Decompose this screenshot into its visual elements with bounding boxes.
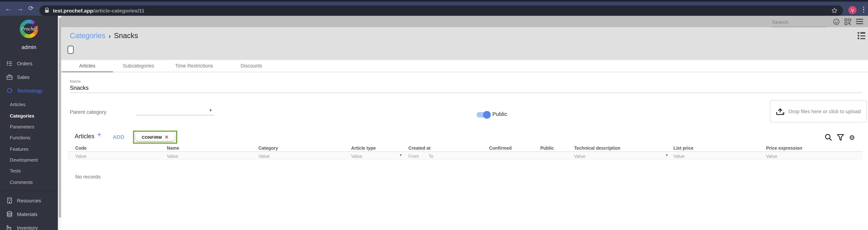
vertical-scrollbar[interactable]: [58, 16, 61, 230]
sidebar-subitem-development[interactable]: Development: [10, 155, 58, 166]
column-header-confirmed[interactable]: Confirmed: [489, 145, 512, 151]
sidebar-item-label: Sales: [17, 74, 30, 80]
toggle-knob: [483, 111, 491, 118]
sidebar-divider: [0, 190, 58, 191]
column-header-public[interactable]: Public: [540, 145, 554, 151]
sidebar-item-inventory[interactable]: Inventory: [0, 221, 58, 230]
bookmark-star-icon[interactable]: [832, 7, 837, 13]
column-header-article-type[interactable]: Article type: [351, 145, 376, 151]
search-icon[interactable]: [825, 134, 832, 141]
sidebar-item-resources[interactable]: Resources: [0, 194, 58, 207]
hamburger-menu-icon[interactable]: [856, 18, 863, 25]
name-field-value[interactable]: Snacks: [70, 84, 89, 91]
add-article-plus-icon[interactable]: +: [97, 130, 101, 139]
filter-code[interactable]: Value: [75, 153, 87, 159]
sidebar-item-sales[interactable]: Sales: [0, 70, 58, 84]
list-view-icon[interactable]: [858, 32, 865, 41]
filter-list-price[interactable]: Value: [673, 153, 685, 159]
close-icon[interactable]: ✕: [165, 135, 168, 140]
prochef-logo[interactable]: Prochef: [19, 20, 39, 39]
chevron-down-icon[interactable]: ▼: [209, 108, 212, 112]
column-header-created-at[interactable]: Created at: [408, 145, 431, 151]
tab-articles[interactable]: Articles: [62, 60, 113, 72]
sidebar: Prochef admin Orders: [0, 16, 58, 230]
tab-discounts[interactable]: Discounts: [224, 60, 279, 72]
confirm-button[interactable]: CONFIRM ✕: [136, 133, 175, 141]
sidebar-subitem-parameters[interactable]: Parameters: [10, 121, 58, 132]
tab-time-restrictions[interactable]: Time Restrictions: [164, 60, 224, 72]
address-bar[interactable]: test.prochef.app/article-categories/11: [39, 5, 843, 15]
page-title: Snacks: [114, 32, 138, 40]
filter-created-from[interactable]: From: [408, 153, 419, 159]
url-host: test.prochef.app: [53, 7, 93, 13]
emoji-icon[interactable]: [833, 18, 840, 25]
sidebar-subitem-features[interactable]: Features: [10, 144, 58, 155]
public-toggle[interactable]: [476, 112, 490, 117]
chevron-down-icon[interactable]: ▼: [665, 153, 669, 157]
browser-menu-icon[interactable]: [863, 6, 864, 12]
orders-checklist-icon: [6, 61, 12, 66]
active-tab-indicator: [62, 71, 113, 73]
filter-technical-description[interactable]: Value: [574, 153, 585, 159]
sidebar-item-label: Resources: [17, 198, 41, 203]
qr-grid-icon[interactable]: [844, 18, 851, 25]
parent-category-label: Parent category: [70, 109, 106, 115]
sidebar-subitem-comments[interactable]: Comments: [10, 177, 58, 188]
sidebar-subitem-categories[interactable]: Categories: [10, 110, 58, 121]
breadcrumb-categories-link[interactable]: Categories: [70, 32, 105, 40]
filter-funnel-icon[interactable]: [837, 134, 844, 141]
sidebar-item-label: Technology: [17, 88, 42, 93]
column-header-price-expression[interactable]: Price expression: [766, 145, 802, 151]
table-filter-row: [68, 152, 863, 160]
upload-icon: [776, 107, 784, 115]
factory-icon: [6, 225, 12, 230]
forward-icon[interactable]: →: [17, 5, 24, 12]
column-header-list-price[interactable]: List price: [673, 145, 693, 151]
parent-category-select-underline[interactable]: [136, 115, 214, 115]
filter-article-type[interactable]: Value: [351, 153, 362, 159]
header-checkbox[interactable]: [68, 46, 73, 54]
column-header-category[interactable]: Category: [258, 145, 278, 151]
sidebar-item-orders[interactable]: Orders: [0, 56, 58, 70]
file-upload-dropzone[interactable]: Drop files here or click to upload: [770, 100, 867, 122]
scrollbar-thumb[interactable]: [59, 17, 61, 218]
filter-category[interactable]: Value: [258, 153, 270, 159]
sidebar-item-label: Inventory: [17, 225, 38, 230]
profile-avatar[interactable]: V: [848, 6, 857, 14]
page-header: Categories › Snacks: [61, 27, 868, 60]
name-field-underline: [70, 92, 863, 93]
filter-name[interactable]: Value: [167, 153, 178, 159]
add-button[interactable]: ADD: [113, 134, 124, 140]
url-path: /article-categories/11: [93, 7, 145, 13]
sidebar-subitem-functions[interactable]: Functions: [10, 132, 58, 143]
chevron-down-icon[interactable]: ▼: [399, 153, 402, 157]
app-header: [61, 16, 868, 27]
column-header-name[interactable]: Name: [167, 145, 179, 151]
public-toggle-label: Public: [492, 111, 507, 117]
filter-created-to[interactable]: To: [429, 153, 433, 159]
filter-price-expression[interactable]: Value: [766, 153, 777, 159]
category-detail: Articles Subcategories Time Restrictions…: [61, 60, 868, 230]
column-header-technical-description[interactable]: Technical description: [574, 145, 620, 151]
sidebar-item-materials[interactable]: Materials: [0, 207, 58, 221]
main-content: Categories › Snacks Articles Subcategori…: [61, 16, 868, 230]
gear-icon[interactable]: ⚙: [849, 134, 855, 141]
building-icon: [6, 197, 12, 203]
search-input[interactable]: [772, 18, 826, 27]
reload-icon[interactable]: ⟳: [28, 6, 34, 12]
tab-subcategories[interactable]: Subcategories: [113, 60, 164, 72]
sidebar-subitem-articles[interactable]: Articles: [10, 99, 58, 110]
column-header-code[interactable]: Code: [75, 145, 87, 151]
database-icon: [6, 211, 12, 217]
lock-icon: [45, 8, 49, 13]
upload-text: Drop files here or click to upload: [788, 109, 861, 114]
breadcrumb: Categories › Snacks: [70, 32, 138, 40]
annotation-highlight-box: CONFIRM ✕: [133, 130, 177, 144]
logo-text: Prochef: [17, 26, 41, 32]
back-icon[interactable]: ←: [5, 5, 12, 12]
sidebar-subitem-tests[interactable]: Tests: [10, 166, 58, 177]
sidebar-item-technology[interactable]: Technology: [0, 84, 58, 98]
app-window: ← → ⟳ test.prochef.app/article-categorie…: [0, 0, 868, 230]
sidebar-item-label: Orders: [17, 61, 32, 66]
search-field[interactable]: [772, 16, 826, 27]
